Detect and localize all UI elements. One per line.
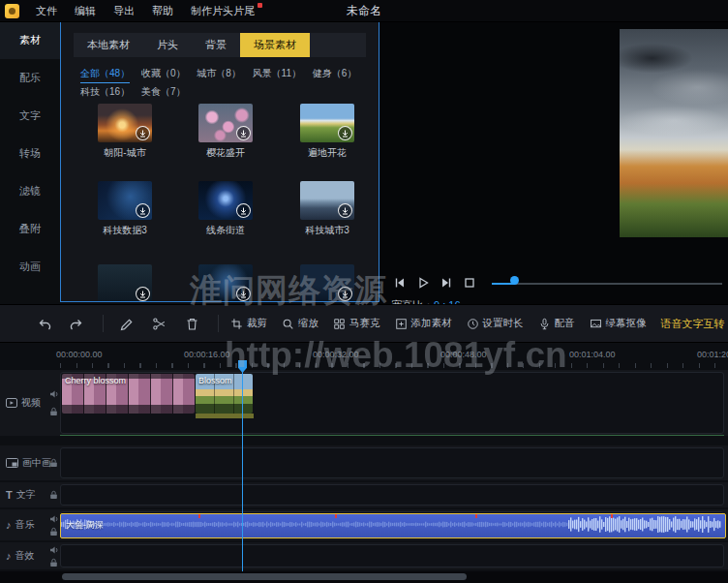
material-item[interactable]: 朝阳-城市 [98, 104, 152, 160]
ruler-time-label: 00:00:32.00 [313, 350, 359, 359]
ruler-time-label: 00:00:00.00 [56, 350, 103, 359]
sidebar-item-overlay[interactable]: 叠附 [0, 210, 60, 248]
download-icon[interactable] [338, 126, 352, 140]
sidebar-item-animation[interactable]: 动画 [0, 248, 60, 286]
toolbar-divider [103, 315, 104, 332]
play-button[interactable] [414, 274, 432, 292]
material-item[interactable]: 线条街道 [198, 181, 253, 237]
video-clip-cherry-blossom[interactable]: Cherry blossom [62, 374, 195, 414]
sidebar: 素材 配乐 文字 转场 滤镜 叠附 动画 [0, 21, 60, 304]
track-text-slot[interactable] [60, 484, 724, 506]
track-video-label: 视频 [6, 396, 41, 410]
video-clip-blossom[interactable]: Blossom [196, 374, 253, 414]
set-duration-button[interactable]: 设置时长 [467, 317, 524, 330]
material-item[interactable]: 科技数据3 [98, 181, 152, 237]
scrollbar-thumb[interactable] [62, 573, 467, 580]
edit-pencil-button[interactable] [115, 313, 136, 334]
menu-make-intro-outro[interactable]: 制作片头片尾 [182, 0, 263, 21]
material-item-label: 樱花盛开 [198, 146, 253, 160]
ruler-time-label: 00:01:04.00 [569, 350, 616, 359]
sidebar-item-text[interactable]: 文字 [0, 97, 60, 135]
app-logo-icon[interactable] [5, 4, 19, 18]
mosaic-button[interactable]: 马赛克 [333, 317, 380, 330]
material-item[interactable]: 樱花盛开 [198, 104, 253, 160]
speaker-icon[interactable] [49, 545, 59, 555]
audio-clip-dayu-zhoushen[interactable]: 大鱼-周深 [60, 513, 726, 538]
material-thumbnail-tech-data[interactable] [98, 181, 152, 220]
crop-button[interactable]: 裁剪 [230, 317, 267, 330]
material-item[interactable] [98, 264, 152, 302]
add-material-button[interactable]: 添加素材 [395, 317, 452, 330]
ruler-time-label: 00:01:20.00 [697, 350, 728, 359]
text-track-icon: T [6, 489, 13, 501]
download-icon[interactable] [338, 203, 352, 218]
redo-button[interactable] [66, 313, 87, 334]
filter-fitness[interactable]: 健身（6） [313, 65, 357, 81]
sidebar-item-material[interactable]: 素材 [0, 21, 60, 59]
material-thumbnail-flower-field[interactable] [300, 104, 354, 142]
material-item[interactable] [300, 264, 354, 302]
split-scissors-button[interactable] [148, 313, 169, 334]
filter-favorites[interactable]: 收藏（0） [141, 65, 186, 81]
previous-frame-button[interactable] [391, 274, 409, 292]
dubbing-mic-button[interactable]: 配音 [538, 317, 575, 330]
delete-trash-button[interactable] [181, 313, 202, 334]
tab-background[interactable]: 背景 [192, 33, 240, 57]
filter-tech[interactable]: 科技（16） [80, 83, 130, 100]
track-sfx-slot[interactable] [60, 544, 724, 568]
material-thumbnail-sunrise-city[interactable] [98, 104, 152, 142]
lock-icon[interactable] [49, 407, 58, 416]
preview-zoom-slider[interactable] [492, 283, 722, 285]
music-note-icon: ♪ [6, 550, 12, 562]
download-icon[interactable] [236, 126, 251, 140]
material-item[interactable]: 科技城市3 [300, 181, 354, 237]
timeline-ruler[interactable]: 00:00:00.00 00:00:16.00 00:00:32.00 00:0… [0, 341, 728, 371]
download-icon[interactable] [338, 287, 352, 301]
lock-icon[interactable] [49, 527, 58, 537]
filter-all[interactable]: 全部（48） [80, 65, 130, 83]
filter-food[interactable]: 美食（7） [141, 83, 186, 100]
material-thumbnail-cherry-blossom[interactable] [198, 104, 253, 142]
zoom-button[interactable]: 缩放 [282, 317, 318, 330]
lock-icon[interactable] [49, 558, 58, 568]
sidebar-item-transition[interactable]: 转场 [0, 135, 60, 172]
track-sfx-controls [48, 542, 59, 569]
menu-help[interactable]: 帮助 [143, 0, 182, 21]
voice-text-convert-button[interactable]: 语音文字互转 [661, 317, 725, 331]
tab-intro[interactable]: 片头 [143, 33, 192, 57]
menu-export[interactable]: 导出 [105, 0, 143, 21]
download-icon[interactable] [236, 287, 251, 301]
download-icon[interactable] [136, 287, 150, 301]
tab-local-material[interactable]: 本地素材 [74, 33, 143, 57]
filter-scenery[interactable]: 风景（11） [253, 65, 301, 81]
menu-file[interactable]: 文件 [27, 0, 66, 21]
undo-button[interactable] [33, 313, 54, 334]
download-icon[interactable] [236, 203, 251, 218]
timeline-scrollbar[interactable] [0, 571, 728, 583]
tab-scene-material[interactable]: 场景素材 [240, 33, 310, 57]
lock-icon[interactable] [49, 490, 58, 500]
stop-button[interactable] [461, 274, 478, 292]
chroma-key-label: 绿幕抠像 [606, 317, 647, 330]
material-thumbnail-light-streets[interactable] [198, 181, 253, 220]
download-icon[interactable] [136, 203, 150, 218]
material-item[interactable]: 遍地开花 [300, 104, 354, 160]
material-thumbnail-tech-city[interactable] [300, 181, 354, 220]
sidebar-item-filter[interactable]: 滤镜 [0, 172, 60, 210]
download-icon[interactable] [136, 126, 150, 140]
menu-edit[interactable]: 编辑 [66, 0, 105, 21]
material-thumbnail[interactable] [300, 264, 354, 302]
speaker-icon[interactable] [49, 514, 59, 524]
sidebar-item-music[interactable]: 配乐 [0, 59, 60, 97]
track-pip-slot[interactable] [60, 447, 724, 478]
next-frame-button[interactable] [438, 274, 455, 292]
material-thumbnail[interactable] [98, 264, 152, 302]
ruler-time-label: 00:00:48.00 [440, 350, 487, 359]
lock-icon[interactable] [49, 458, 58, 468]
filter-city[interactable]: 城市（8） [197, 65, 241, 81]
material-item[interactable] [198, 264, 253, 302]
material-thumbnail[interactable] [198, 264, 253, 302]
slider-knob[interactable] [510, 276, 519, 285]
chroma-key-button[interactable]: 绿幕抠像 [590, 317, 647, 330]
speaker-icon[interactable] [49, 389, 59, 399]
